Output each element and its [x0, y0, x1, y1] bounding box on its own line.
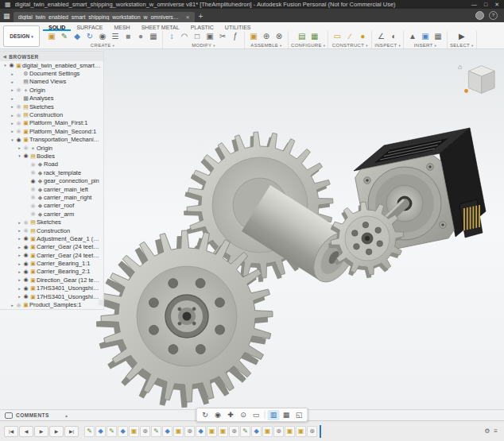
browser-tree-row[interactable]: ▸ ◉ ▣ Carrier_Bearing_2:1 — [0, 268, 103, 276]
file-menu-grid-icon[interactable]: ▦ — [3, 12, 10, 20]
toolbar-group-label[interactable]: INSERT ▾ — [406, 42, 444, 48]
expand-arrow-icon[interactable]: ▾ — [10, 137, 15, 142]
visibility-eye-icon[interactable]: ◉ — [29, 161, 37, 168]
visibility-eye-icon[interactable]: ◉ — [22, 145, 29, 151]
browser-tree-row[interactable]: ▸ ◉ ▣ 17HS3401_Usongshine v... — [0, 292, 103, 300]
toolbar-group-label[interactable]: CONSTRUCT ▾ — [331, 42, 369, 48]
visibility-eye-icon[interactable]: ◉ — [15, 87, 22, 93]
expand-arrow-icon[interactable]: ▸ — [17, 145, 22, 150]
timeline-joint-icon[interactable]: ⊕ — [273, 426, 284, 437]
browser-tree-row[interactable]: ▸ ◉ ⌖ Origin — [0, 144, 103, 152]
visibility-eye-icon[interactable]: ◉ — [29, 194, 37, 200]
timeline-play-button[interactable]: ▶ — [34, 426, 48, 437]
select-icon[interactable]: ▶ — [456, 31, 468, 42]
shell-icon[interactable]: □ — [191, 31, 204, 42]
timeline-sketch-icon[interactable]: ✎ — [107, 426, 117, 437]
visibility-eye-icon[interactable]: ◉ — [22, 269, 29, 275]
visibility-eye-icon[interactable]: ◉ — [29, 178, 37, 184]
timeline-joint-icon[interactable]: ⊕ — [140, 426, 150, 437]
display-settings-icon[interactable]: ▥ — [268, 410, 280, 420]
offset-plane-icon[interactable]: ▭ — [331, 31, 343, 42]
measure-icon[interactable]: ∠ — [375, 31, 388, 42]
timeline-step-back-button[interactable]: ◀ — [19, 426, 33, 437]
orbit-icon[interactable]: ↻ — [200, 410, 211, 420]
timeline-list-icon[interactable]: ≡ — [494, 428, 498, 435]
toolbar-tab[interactable]: SOLID — [43, 24, 71, 31]
timeline-sketch-icon[interactable]: ✎ — [84, 426, 95, 437]
timeline-component-icon[interactable]: ▣ — [285, 426, 295, 437]
browser-tree-row[interactable]: ▸ ▩ Analyses — [0, 95, 103, 103]
visibility-eye-icon[interactable]: ◉ — [29, 186, 37, 192]
view-cube[interactable]: ⌂ — [456, 59, 499, 102]
timeline-component-icon[interactable]: ▣ — [262, 426, 273, 437]
expand-arrow-icon[interactable]: ▸ — [17, 294, 22, 299]
collapse-panel-icon[interactable]: ◀ — [3, 54, 6, 59]
fillet-icon[interactable]: ◠ — [178, 31, 191, 42]
timeline-extrude-icon[interactable]: ◆ — [118, 426, 128, 437]
timeline-sketch-icon[interactable]: ✎ — [151, 426, 161, 437]
browser-tree-row[interactable]: ▾ ◉ ▤ Bodies — [0, 152, 103, 160]
browser-tree-row[interactable]: ▸ ◉ ▤ Sketches — [0, 218, 103, 226]
expand-arrow-icon[interactable]: ▸ — [17, 269, 22, 274]
visibility-eye-icon[interactable]: ◉ — [29, 169, 37, 176]
new-tab-button[interactable]: + — [199, 12, 204, 21]
visibility-eye-icon[interactable]: ◉ — [22, 293, 29, 300]
browser-tree-row[interactable]: ▸ ◉ ▣ Product_Samples:1 — [0, 300, 103, 308]
browser-tree-row[interactable]: ▸ ◉ ▣ Carrier_Gear (24 teeth):2 — [0, 251, 103, 259]
timeline-extrude-icon[interactable]: ◆ — [162, 426, 173, 437]
timeline-joint-icon[interactable]: ⊕ — [229, 426, 239, 437]
browser-tree-row[interactable]: ◉ ◆ rack_template — [0, 168, 103, 176]
pattern-icon[interactable]: ▦ — [147, 31, 160, 42]
cylinder-icon[interactable]: ● — [134, 31, 147, 42]
timeline-extrude-icon[interactable]: ◆ — [95, 426, 106, 437]
expand-arrow-icon[interactable]: ▸ — [10, 303, 15, 308]
toolbar-tab[interactable]: UTILITIES — [219, 24, 257, 31]
toolbar-group-label[interactable]: INSPECT ▾ — [374, 42, 401, 48]
toolbar-group-label[interactable]: CONFIGURE ▾ — [291, 42, 325, 48]
zoom-icon[interactable]: ⊙ — [238, 410, 250, 420]
insert-mesh-icon[interactable]: ▲ — [406, 31, 419, 42]
press-pull-icon[interactable]: ↕ — [165, 31, 178, 42]
maximize-button[interactable]: □ — [484, 2, 487, 7]
expand-arrow-icon[interactable]: ▸ — [17, 245, 22, 250]
workspace-switcher[interactable]: DESIGN ▾ — [3, 25, 40, 47]
browser-tree-row[interactable]: ▸ ◉ ▣ Adjustment_Gear_1 (24 teeth):1 — [0, 234, 103, 242]
visibility-eye-icon[interactable]: ◉ — [22, 219, 29, 226]
hole-icon[interactable]: ◉ — [96, 31, 109, 42]
expand-comments-icon[interactable]: ▴ — [65, 412, 68, 418]
expand-arrow-icon[interactable]: ▸ — [17, 236, 22, 241]
home-icon[interactable]: ⌂ — [458, 63, 462, 71]
visibility-eye-icon[interactable]: ◉ — [22, 235, 29, 242]
look-at-icon[interactable]: ◉ — [212, 410, 224, 420]
expand-arrow-icon[interactable]: ▸ — [10, 129, 15, 133]
close-button[interactable]: ✕ — [494, 2, 499, 7]
timeline-component-icon[interactable]: ▣ — [129, 426, 139, 437]
timeline-extrude-icon[interactable]: ◆ — [251, 426, 262, 437]
visibility-eye-icon[interactable]: ◉ — [22, 227, 29, 234]
timeline-joint-icon[interactable]: ⊕ — [184, 426, 195, 437]
expand-arrow-icon[interactable]: ▾ — [2, 63, 8, 68]
visibility-eye-icon[interactable]: ◉ — [15, 137, 22, 143]
extrude-icon[interactable]: ◆ — [71, 31, 83, 42]
browser-tree-row[interactable]: ◉ ◆ carrier_arm — [0, 210, 103, 218]
timeline-go-start-button[interactable]: |◀ — [4, 426, 18, 437]
browser-tree-row[interactable]: ▸ ◉ ▣ Platform_Main_First:1 — [0, 119, 103, 127]
visibility-eye-icon[interactable]: ◉ — [15, 128, 22, 134]
configuration-table-icon[interactable]: ▦ — [308, 31, 321, 42]
expand-arrow-icon[interactable]: ▸ — [17, 277, 22, 282]
revolve-icon[interactable]: ↻ — [83, 31, 96, 42]
toolbar-tab[interactable]: SURFACE — [71, 24, 108, 31]
timeline-component-icon[interactable]: ▣ — [207, 426, 217, 437]
minimize-button[interactable]: — — [471, 2, 477, 7]
viewports-icon[interactable]: ◱ — [293, 410, 305, 420]
expand-arrow-icon[interactable]: ▸ — [17, 228, 22, 233]
expand-arrow-icon[interactable]: ▸ — [10, 72, 15, 76]
timeline-joint-icon[interactable]: ⊕ — [307, 426, 317, 437]
fit-icon[interactable]: ▭ — [250, 410, 262, 420]
timeline-component-icon[interactable]: ▣ — [296, 426, 306, 437]
expand-arrow-icon[interactable]: ▸ — [17, 253, 22, 257]
combine-icon[interactable]: ▣ — [204, 31, 216, 42]
expand-arrow-icon[interactable]: ▸ — [17, 261, 22, 266]
browser-tree-row[interactable]: ▸ ◉ ▣ 17HS3401_Usongshine v... — [0, 284, 103, 292]
browser-tree-row[interactable]: ▸ ◉ ▤ Construction — [0, 110, 103, 118]
